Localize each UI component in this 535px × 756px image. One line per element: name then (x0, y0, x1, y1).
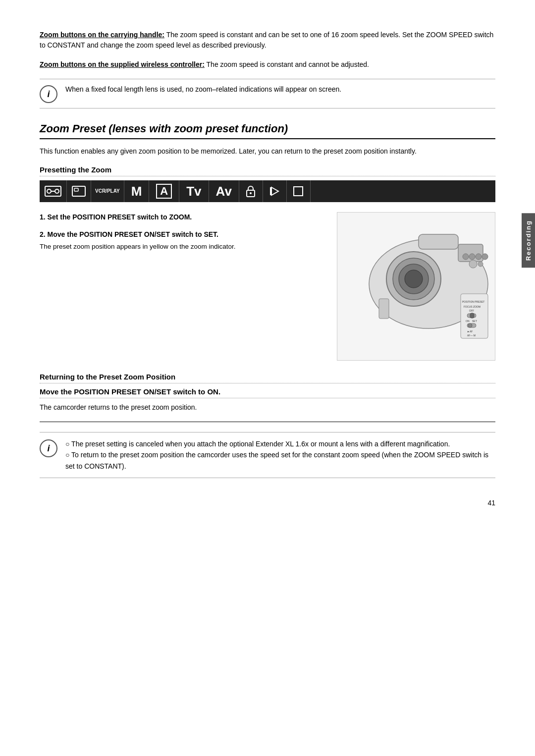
side-tab: Recording (522, 213, 535, 268)
mode-card (67, 180, 91, 202)
carrying-handle-label: Zoom buttons on the carrying handle: (40, 31, 164, 39)
svg-text:SET: SET (472, 320, 477, 323)
svg-text:POSITION PRESET: POSITION PRESET (462, 300, 484, 303)
info-box-2: i The preset setting is canceled when yo… (40, 432, 495, 478)
info-box-1: i When a fixed focal length lens is used… (40, 79, 495, 108)
camera-svg: POSITION PRESET FOCUS ZOOM OFF ON SET ►A… (339, 215, 493, 358)
info-list: The preset setting is canceled when you … (65, 438, 495, 472)
mode-a: A (149, 180, 179, 202)
svg-point-34 (469, 254, 475, 260)
info-text-1: When a fixed focal length lens is used, … (65, 84, 495, 95)
info-list-item-2: To return to the preset zoom position th… (65, 449, 495, 472)
dotted-rule-2 (40, 383, 495, 383)
svg-point-2 (55, 189, 59, 193)
mode-square (287, 180, 311, 202)
info-icon-2: i (40, 439, 57, 457)
svg-point-7 (250, 192, 252, 194)
steps-column: 1. Set the POSITION PRESET switch to ZOO… (40, 212, 325, 361)
svg-point-15 (405, 270, 423, 288)
step-1-label: 1. Set the POSITION PRESET switch to ZOO… (40, 213, 192, 221)
camera-image: POSITION PRESET FOCUS ZOOM OFF ON SET ►A… (337, 212, 495, 361)
mode-m: M (124, 180, 150, 202)
svg-point-27 (468, 324, 472, 327)
move-title: Move the POSITION PRESET ON/SET switch t… (40, 387, 495, 398)
wireless-controller-label: Zoom buttons on the supplied wireless co… (40, 60, 205, 68)
mode-lock (239, 180, 263, 202)
svg-text:OFF: OFF (469, 309, 474, 312)
svg-rect-5 (74, 188, 78, 191)
step-2-label: 2. Move the POSITION PRESET ON/SET switc… (40, 230, 218, 238)
svg-rect-10 (294, 187, 303, 196)
two-col-layout: 1. Set the POSITION PRESET switch to ZOO… (40, 212, 495, 361)
section-intro: This function enables any given zoom pos… (40, 146, 495, 157)
carrying-handle-para: Zoom buttons on the carrying handle: The… (40, 30, 495, 51)
info-list-item-1: The preset setting is canceled when you … (65, 438, 495, 449)
svg-point-35 (476, 254, 482, 260)
returning-title: Returning to the Preset Zoom Position (40, 373, 495, 381)
mode-tv: Tv (179, 180, 209, 202)
mode-av: Av (209, 180, 239, 202)
returning-section: Returning to the Preset Zoom Position Mo… (40, 373, 495, 422)
svg-point-31 (469, 260, 477, 268)
page-number: 41 (487, 499, 495, 507)
step-2: 2. Move the POSITION PRESET ON/SET switc… (40, 229, 325, 252)
svg-point-33 (463, 254, 469, 260)
svg-rect-23 (470, 313, 474, 318)
dotted-rule-1 (40, 176, 495, 176)
mode-vcr: VCR/ PLAY (91, 180, 124, 202)
svg-point-1 (47, 189, 51, 193)
wireless-controller-text: The zoom speed is constant and cannot be… (205, 60, 369, 68)
svg-rect-30 (379, 299, 389, 319)
svg-marker-8 (271, 187, 278, 195)
page: Recording Zoom buttons on the carrying h… (0, 0, 535, 522)
mode-tape (40, 180, 67, 202)
camera-image-column: POSITION PRESET FOCUS ZOOM OFF ON SET ►A… (337, 212, 495, 361)
hr-solid (40, 422, 495, 422)
presetting-title: Presetting the Zoom (40, 165, 495, 174)
svg-point-36 (482, 254, 488, 260)
wireless-controller-para: Zoom buttons on the supplied wireless co… (40, 59, 495, 70)
info-icon-1: i (40, 85, 57, 103)
section-title: Zoom Preset (lenses with zoom preset fun… (40, 122, 495, 139)
svg-text:FOCUS ZOOM: FOCUS ZOOM (464, 305, 481, 308)
step-1: 1. Set the POSITION PRESET switch to ZOO… (40, 212, 325, 222)
svg-point-32 (478, 262, 483, 267)
svg-text:►AF: ►AF (467, 330, 473, 333)
svg-text:AF— M: AF— M (467, 334, 476, 337)
svg-rect-16 (419, 234, 458, 249)
move-desc: The camcorder returns to the preset zoom… (40, 402, 495, 413)
mode-scene (263, 180, 287, 202)
step-2-desc: The preset zoom position appears in yell… (40, 242, 325, 252)
mode-bar: VCR/ PLAY M A Tv Av (40, 180, 495, 202)
svg-text:ON: ON (466, 320, 470, 323)
